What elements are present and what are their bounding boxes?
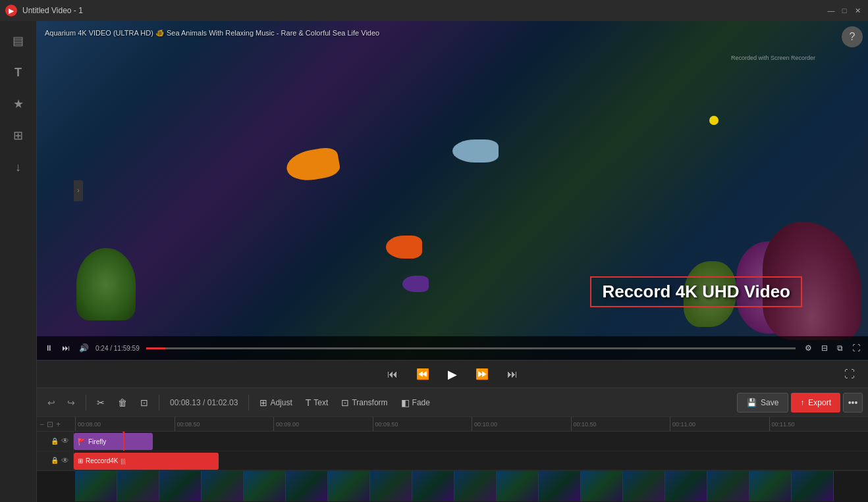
text-overlay-box[interactable]: Reccord 4K UHD Video <box>590 276 802 307</box>
fast-forward-button[interactable]: ⏩ <box>470 365 494 383</box>
text-tool-icon: T <box>306 397 312 408</box>
ruler-tick: 00:09.50 <box>373 417 472 432</box>
time-display: 00:08.13 / 01:02.03 <box>170 398 238 407</box>
skip-to-start-button[interactable]: ⏮ <box>382 366 403 383</box>
video-controls-bar: ⏸ ⏭ 🔊 0:24 / 11:59:59 ⚙ ⊟ ⧉ ⛶ <box>37 336 868 360</box>
sidebar-expand-button[interactable]: › <box>74 180 83 201</box>
more-options-button[interactable]: ••• <box>843 393 863 413</box>
thumbnail-item[interactable] <box>117 471 159 501</box>
transform-button[interactable]: ⊡ Transform <box>336 393 393 413</box>
sidebar-item-export[interactable]: ↓ <box>4 153 33 182</box>
export-button[interactable]: ↑ Export <box>791 393 840 413</box>
video-preview-frame: Aquarium 4K VIDEO (ULTRA HD) 🐠 Sea Anima… <box>37 21 868 360</box>
step-forward-button[interactable]: ⏭ <box>59 342 72 354</box>
timeline-zoom-controls: − ⊡ + <box>37 417 74 432</box>
thumbnail-item[interactable] <box>792 471 834 501</box>
progress-bar[interactable] <box>146 347 796 349</box>
text-track-content[interactable]: 🚩 Firefly <box>74 432 868 451</box>
video-title-overlay: Aquarium 4K VIDEO (ULTRA HD) 🐠 Sea Anima… <box>45 29 379 38</box>
content-area: › ? Aquarium 4 <box>37 21 868 502</box>
fish-blue <box>452 139 499 163</box>
thumbnail-item[interactable] <box>286 471 328 501</box>
fade-button[interactable]: ◧ Fade <box>396 393 435 413</box>
display-mode-icon[interactable]: ⊟ <box>819 342 830 354</box>
save-button[interactable]: 💾 Save <box>737 393 788 413</box>
thumbnail-item[interactable] <box>497 471 539 501</box>
thumbnail-item[interactable] <box>75 471 117 501</box>
redo-button[interactable]: ↪ <box>62 393 80 412</box>
fade-label: Fade <box>412 398 430 407</box>
question-mark-icon: ? <box>850 31 855 43</box>
resize-button[interactable]: ⊡ <box>135 393 153 413</box>
volume-button[interactable]: 🔊 <box>76 342 92 354</box>
ruler-tick: 00:09.00 <box>273 417 373 432</box>
video-track-lock-icon[interactable]: 🔒 <box>51 457 59 464</box>
text-track-row: 🔒 👁 🚩 Firefly <box>37 432 868 451</box>
thumbnail-item[interactable] <box>202 471 244 501</box>
sidebar-item-effects[interactable]: ★ <box>4 89 33 118</box>
help-button[interactable]: ? <box>842 26 863 47</box>
thumbnail-item[interactable] <box>244 471 286 501</box>
adjust-button[interactable]: ⊞ Adjust <box>254 393 297 413</box>
fullscreen-button[interactable]: ⛶ <box>839 366 860 383</box>
chevron-right-icon: › <box>77 187 79 194</box>
adjust-label: Adjust <box>270 398 292 407</box>
zoom-fit-button[interactable]: ⊡ <box>47 420 53 429</box>
minimize-button[interactable]: — <box>826 5 836 16</box>
zoom-in-button[interactable]: + <box>56 420 61 429</box>
sidebar-item-media[interactable]: ▤ <box>4 26 33 55</box>
timeline-section: − ⊡ + 00:08.0000:08.5000:09.0000:09.5000… <box>37 416 868 502</box>
zoom-out-button[interactable]: − <box>40 420 44 429</box>
track-visibility-icon[interactable]: 👁 <box>61 436 69 445</box>
close-button[interactable]: ✕ <box>852 5 863 16</box>
thumbnail-item[interactable] <box>665 471 707 501</box>
thumbnail-item[interactable] <box>370 471 412 501</box>
thumbnail-item[interactable] <box>454 471 497 501</box>
skip-to-end-button[interactable]: ⏭ <box>502 366 523 383</box>
settings-icon[interactable]: ⚙ <box>802 342 815 354</box>
thumbnail-item[interactable] <box>412 471 454 501</box>
thumbnail-item[interactable] <box>623 471 665 501</box>
undo-button[interactable]: ↩ <box>42 393 61 412</box>
thumbnail-item[interactable] <box>159 471 202 501</box>
video-clip[interactable]: ⊞ Reccord4K ||| <box>74 453 219 470</box>
cut-button[interactable]: ✂ <box>92 393 110 413</box>
rewind-button[interactable]: ⏪ <box>411 365 435 383</box>
thumbnail-item[interactable] <box>581 471 623 501</box>
text-clip[interactable]: 🚩 Firefly <box>74 433 153 450</box>
thumbnail-item[interactable] <box>749 471 792 501</box>
video-clip-icon: ⊞ <box>78 457 83 464</box>
play-button[interactable]: ▶ <box>443 364 462 384</box>
maximize-button[interactable]: □ <box>839 5 850 16</box>
thumbnail-item[interactable] <box>539 471 581 501</box>
track-lock-icon[interactable]: 🔒 <box>51 438 59 445</box>
fullscreen-icon[interactable]: ⛶ <box>850 342 863 354</box>
video-track-row: 🔒 👁 ⊞ Reccord4K ||| <box>37 451 868 471</box>
video-track-content[interactable]: ⊞ Reccord4K ||| <box>74 451 868 470</box>
more-icon: ••• <box>848 397 858 408</box>
window-controls: — □ ✕ <box>826 5 863 16</box>
pip-icon[interactable]: ⧉ <box>834 342 846 354</box>
ruler-tick: 00:11.00 <box>670 417 769 432</box>
yellow-dot-decoration <box>709 116 719 125</box>
thumbnail-item[interactable] <box>328 471 370 501</box>
thumbnail-strip <box>37 470 868 502</box>
ruler-tick: 00:10.00 <box>472 417 571 432</box>
timeline-tracks: 🔒 👁 🚩 Firefly <box>37 432 868 470</box>
thumbnail-item[interactable] <box>707 471 749 501</box>
fade-icon: ◧ <box>401 397 410 408</box>
pause-button[interactable]: ⏸ <box>42 342 55 354</box>
delete-button[interactable]: 🗑 <box>113 393 132 413</box>
text-button[interactable]: T Text <box>300 393 334 413</box>
watermark-text: Recorded with Screen Recorder <box>731 54 815 63</box>
coral-decoration-1 <box>76 248 136 320</box>
clip-flag-icon: 🚩 <box>78 438 86 445</box>
video-track-visibility-icon[interactable]: 👁 <box>61 456 69 465</box>
sidebar-item-text[interactable]: T <box>4 58 33 87</box>
text-icon: T <box>14 66 22 78</box>
timeline-ruler: − ⊡ + 00:08.0000:08.5000:09.0000:09.5000… <box>37 417 868 432</box>
export-icon: ↑ <box>800 398 804 407</box>
text-overlay-content: Reccord 4K UHD Video <box>602 282 790 301</box>
sidebar-item-transitions[interactable]: ⊞ <box>4 121 33 150</box>
ruler-tick: 00:08.50 <box>175 417 274 432</box>
